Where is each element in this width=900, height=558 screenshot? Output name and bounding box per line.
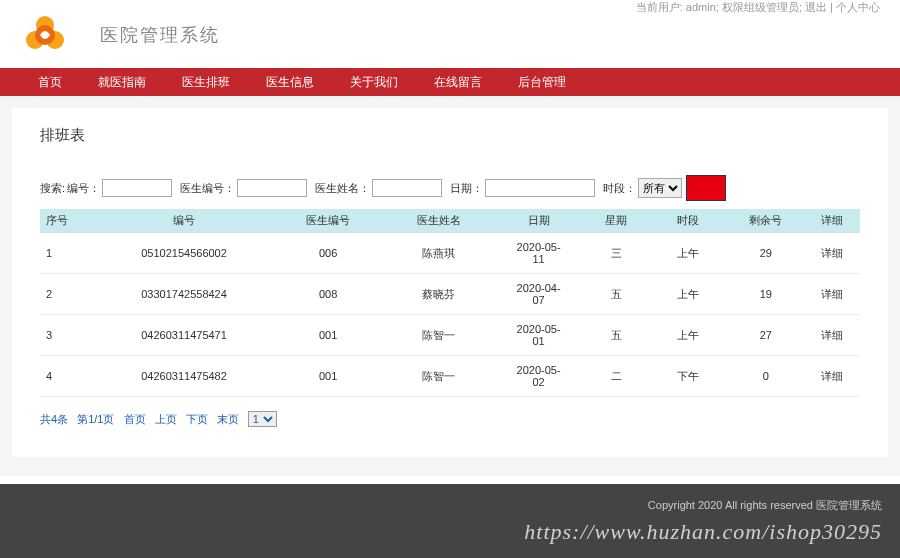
cell-doc-name: 蔡晓芬 <box>383 274 494 315</box>
col-no: 编号 <box>95 209 272 233</box>
topbar-userinfo: 当前用户: admin; 权限组级管理员; 退出 | 个人中心 <box>636 0 880 15</box>
content-area: 排班表 搜索: 编号： 医生编号： 医生姓名： 日期： 时段： 所有 搜索 序号… <box>0 96 900 476</box>
cell-detail[interactable]: 详细 <box>805 315 860 356</box>
col-period: 时段 <box>649 209 727 233</box>
main-nav: 首页 就医指南 医生排班 医生信息 关于我们 在线留言 后台管理 <box>0 68 900 96</box>
pager-first[interactable]: 首页 <box>124 413 146 425</box>
site-title: 医院管理系统 <box>100 23 220 47</box>
cell-doc-no: 006 <box>273 233 384 274</box>
col-week: 星期 <box>583 209 649 233</box>
cell-period: 上午 <box>649 315 727 356</box>
input-date[interactable] <box>485 179 595 197</box>
label-doc-name: 医生姓名： <box>315 181 370 196</box>
label-period: 时段： <box>603 181 636 196</box>
col-doc-no: 医生编号 <box>273 209 384 233</box>
nav-guide[interactable]: 就医指南 <box>80 68 164 96</box>
cell-date: 2020-05-11 <box>494 233 583 274</box>
cell-week: 五 <box>583 274 649 315</box>
col-date: 日期 <box>494 209 583 233</box>
schedule-panel: 排班表 搜索: 编号： 医生编号： 医生姓名： 日期： 时段： 所有 搜索 序号… <box>12 108 888 457</box>
cell-period: 上午 <box>649 274 727 315</box>
search-button[interactable]: 搜索 <box>686 175 726 201</box>
pager: 共4条 第1/1页 首页 上页 下页 末页 1 <box>40 411 860 427</box>
cell-no: 03301742558424 <box>95 274 272 315</box>
cell-detail[interactable]: 详细 <box>805 233 860 274</box>
footer-watermark: https://www.huzhan.com/ishop30295 <box>524 519 882 545</box>
cell-doc-no: 001 <box>273 356 384 397</box>
cell-doc-name: 陈智一 <box>383 315 494 356</box>
cell-doc-no: 001 <box>273 315 384 356</box>
cell-week: 二 <box>583 356 649 397</box>
input-doc-name[interactable] <box>372 179 442 197</box>
nav-about[interactable]: 关于我们 <box>332 68 416 96</box>
search-row: 搜索: 编号： 医生编号： 医生姓名： 日期： 时段： 所有 搜索 <box>40 175 860 201</box>
cell-no: 05102154566002 <box>95 233 272 274</box>
cell-period: 下午 <box>649 356 727 397</box>
footer: Copyright 2020 All rights reserved 医院管理系… <box>0 484 900 558</box>
logo-icon <box>20 10 70 60</box>
cell-period: 上午 <box>649 233 727 274</box>
table-row: 304260311475471001陈智一2020-05-01五上午27详细 <box>40 315 860 356</box>
cell-remain: 29 <box>727 233 805 274</box>
table-row: 105102154566002006陈燕琪2020-05-11三上午29详细 <box>40 233 860 274</box>
search-prefix: 搜索: <box>40 181 65 196</box>
pager-prev[interactable]: 上页 <box>155 413 177 425</box>
footer-copyright: Copyright 2020 All rights reserved 医院管理系… <box>648 498 882 513</box>
nav-schedule[interactable]: 医生排班 <box>164 68 248 96</box>
cell-remain: 0 <box>727 356 805 397</box>
cell-no: 04260311475482 <box>95 356 272 397</box>
cell-week: 五 <box>583 315 649 356</box>
cell-date: 2020-04-07 <box>494 274 583 315</box>
cell-doc-name: 陈智一 <box>383 356 494 397</box>
cell-doc-name: 陈燕琪 <box>383 233 494 274</box>
cell-idx: 3 <box>40 315 95 356</box>
select-period[interactable]: 所有 <box>638 178 682 198</box>
nav-doctor-info[interactable]: 医生信息 <box>248 68 332 96</box>
col-doc-name: 医生姓名 <box>383 209 494 233</box>
cell-week: 三 <box>583 233 649 274</box>
cell-detail[interactable]: 详细 <box>805 274 860 315</box>
col-detail: 详细 <box>805 209 860 233</box>
cell-doc-no: 008 <box>273 274 384 315</box>
pager-next[interactable]: 下页 <box>186 413 208 425</box>
nav-home[interactable]: 首页 <box>20 68 80 96</box>
cell-idx: 2 <box>40 274 95 315</box>
col-idx: 序号 <box>40 209 95 233</box>
cell-date: 2020-05-02 <box>494 356 583 397</box>
label-doc-no: 医生编号： <box>180 181 235 196</box>
pager-total: 共4条 <box>40 413 68 425</box>
col-remain: 剩余号 <box>727 209 805 233</box>
schedule-table: 序号 编号 医生编号 医生姓名 日期 星期 时段 剩余号 详细 10510215… <box>40 209 860 397</box>
nav-admin[interactable]: 后台管理 <box>500 68 584 96</box>
pager-last[interactable]: 末页 <box>217 413 239 425</box>
input-doc-no[interactable] <box>237 179 307 197</box>
input-no[interactable] <box>102 179 172 197</box>
label-no: 编号： <box>67 181 100 196</box>
nav-message[interactable]: 在线留言 <box>416 68 500 96</box>
cell-idx: 4 <box>40 356 95 397</box>
pager-page: 第1/1页 <box>77 413 114 425</box>
label-date: 日期： <box>450 181 483 196</box>
cell-remain: 19 <box>727 274 805 315</box>
cell-date: 2020-05-01 <box>494 315 583 356</box>
cell-idx: 1 <box>40 233 95 274</box>
panel-title: 排班表 <box>40 126 860 145</box>
pager-select[interactable]: 1 <box>248 411 277 427</box>
cell-no: 04260311475471 <box>95 315 272 356</box>
cell-detail[interactable]: 详细 <box>805 356 860 397</box>
cell-remain: 27 <box>727 315 805 356</box>
table-row: 203301742558424008蔡晓芬2020-04-07五上午19详细 <box>40 274 860 315</box>
table-row: 404260311475482001陈智一2020-05-02二下午0详细 <box>40 356 860 397</box>
